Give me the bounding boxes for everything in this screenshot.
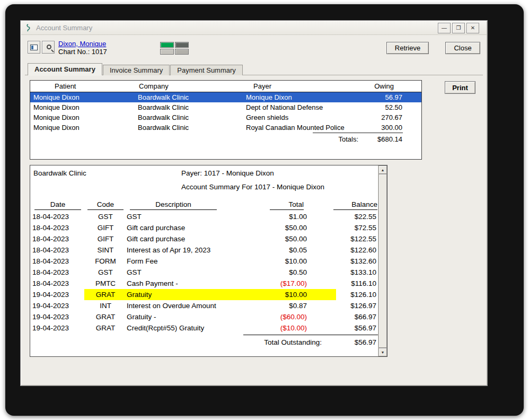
cell-balance: $66.97	[307, 313, 378, 321]
statement-content[interactable]: Boardwalk Clinic Payer: 1017 - Monique D…	[30, 165, 378, 356]
status-green-swatch	[160, 42, 174, 48]
scroll-down-icon[interactable]: ▼	[378, 348, 387, 356]
cell-balance: $22.55	[307, 213, 378, 221]
cell-company: Boardwalk Clinic	[138, 103, 245, 111]
account-summary-window: Account Summary — ❐ ✕ Dixon, Monique Cha…	[20, 20, 488, 386]
search-icon	[47, 45, 51, 49]
transaction-row: 18-04-2023 GIFT Gift card purchase $50.0…	[31, 222, 378, 233]
cell-patient: Monique Dixon	[30, 124, 138, 132]
cell-company: Boardwalk Clinic	[138, 113, 245, 121]
column-header-patient: Patient	[30, 82, 138, 90]
search-button[interactable]	[42, 41, 55, 54]
cell-description: Form Fee	[127, 257, 249, 265]
patient-card-button[interactable]	[28, 41, 40, 54]
column-header-payer: Payer	[245, 82, 368, 90]
tab-account-summary[interactable]: Account Summary	[28, 63, 102, 75]
cell-date: 18-04-2023	[31, 213, 84, 221]
transaction-row-highlighted: 19-04-2023 GRAT Gratuity $10.00 $126.10	[31, 289, 378, 300]
statement-header: Date Code Description Total Balance	[31, 199, 378, 211]
cell-owing: 270.67	[368, 113, 421, 121]
cell-date: 18-04-2023	[31, 235, 84, 243]
cell-balance: $72.55	[307, 224, 378, 232]
cell-code: INT	[84, 302, 127, 310]
transaction-row: 19-04-2023 GRAT Credit(Rcpt#55) Gratuity…	[31, 322, 378, 334]
app-icon	[24, 24, 32, 32]
maximize-icon[interactable]: ❐	[452, 23, 465, 33]
minimize-icon[interactable]: —	[438, 23, 451, 33]
payer-totals-row: Totals: $680.14	[30, 133, 421, 145]
cell-company: Boardwalk Clinic	[138, 93, 245, 101]
transaction-row: 18-04-2023 GIFT Gift card purchase $50.0…	[31, 233, 378, 244]
cell-date: 18-04-2023	[31, 246, 84, 254]
print-button[interactable]: Print	[445, 81, 475, 94]
cell-total: $0.05	[249, 246, 307, 254]
scroll-up-icon[interactable]: ▲	[378, 165, 387, 174]
cell-code: GIFT	[84, 235, 127, 243]
window-shadow: Account Summary — ❐ ✕ Dixon, Monique Cha…	[5, 4, 524, 416]
cell-date: 19-04-2023	[31, 302, 84, 310]
window-title: Account Summary	[36, 24, 92, 32]
cell-code: GST	[84, 268, 127, 276]
status-gray-swatch	[175, 42, 189, 48]
cell-balance: $133.10	[307, 268, 378, 276]
cell-patient: Monique Dixon	[30, 93, 138, 101]
cell-description: Interest on Overdue Amount	[127, 302, 249, 310]
cell-code: GRAT	[84, 313, 127, 321]
patient-name-link[interactable]: Dixon, Monique	[58, 40, 106, 48]
cell-owing: 56.97	[368, 93, 421, 101]
cell-total: $50.00	[249, 224, 307, 232]
cell-description: Gift card purchase	[127, 224, 249, 232]
scrollbar-thumb[interactable]	[378, 174, 387, 348]
tab-invoice-summary[interactable]: Invoice Summary	[103, 65, 170, 75]
cell-code: SINT	[84, 246, 127, 254]
cell-payer: Monique Dixon	[245, 93, 368, 101]
payer-row[interactable]: Monique Dixon Boardwalk Clinic Dept of N…	[30, 102, 421, 112]
cell-description: Credit(Rcpt#55) Gratuity	[127, 324, 249, 332]
cell-code: PMTC	[84, 279, 127, 287]
clinic-name: Boardwalk Clinic	[33, 169, 86, 177]
cell-balance: $56.97	[307, 324, 378, 332]
cell-description: Gratuity -	[127, 313, 249, 321]
statement-payer-line: Payer: 1017 - Monique Dixon	[181, 169, 274, 177]
transaction-row: 19-04-2023 GRAT Gratuity - ($60.00) $66.…	[31, 311, 378, 322]
cell-payer: Dept of National Defense	[245, 103, 368, 111]
column-header-description: Description	[130, 200, 217, 210]
cell-balance: $126.10	[307, 291, 378, 299]
cell-total: ($10.00)	[249, 324, 307, 332]
cell-date: 18-04-2023	[31, 224, 84, 232]
payer-row[interactable]: Monique Dixon Boardwalk Clinic Monique D…	[30, 92, 421, 102]
column-header-total: Total	[270, 200, 304, 210]
cell-total: $50.00	[249, 235, 307, 243]
cell-date: 19-04-2023	[31, 313, 84, 321]
cell-description: GST	[127, 213, 249, 221]
cell-date: 18-04-2023	[31, 279, 84, 287]
status-legend	[160, 42, 189, 55]
cell-code: GIFT	[84, 224, 127, 232]
cell-balance: $126.97	[307, 302, 378, 310]
close-icon[interactable]: ✕	[466, 23, 479, 33]
payer-row[interactable]: Monique Dixon Boardwalk Clinic Royal Can…	[30, 122, 421, 133]
transaction-row: 18-04-2023 GST GST $0.50 $133.10	[31, 267, 378, 278]
statement-panel: Boardwalk Clinic Payer: 1017 - Monique D…	[30, 165, 387, 357]
cell-balance: $132.60	[307, 257, 378, 265]
totals-value: $680.14	[377, 135, 402, 143]
cell-balance: $122.60	[307, 246, 378, 254]
tab-payment-summary[interactable]: Payment Summary	[170, 65, 243, 75]
titlebar[interactable]: Account Summary — ❐ ✕	[21, 21, 487, 35]
status-light-swatch	[160, 49, 174, 55]
transaction-row: 18-04-2023 FORM Form Fee $10.00 $132.60	[31, 256, 378, 267]
total-outstanding-label: Total Outstanding:	[46, 338, 322, 346]
retrieve-button[interactable]: Retrieve	[386, 42, 429, 54]
close-button[interactable]: Close	[445, 42, 480, 54]
cell-patient: Monique Dixon	[30, 103, 138, 111]
cell-payer: Royal Canadian Mounted Police	[245, 124, 368, 132]
cell-date: 19-04-2023	[31, 291, 84, 299]
cell-total: $1.00	[249, 213, 307, 221]
payer-row[interactable]: Monique Dixon Boardwalk Clinic Green shi…	[30, 112, 421, 122]
cell-patient: Monique Dixon	[30, 113, 138, 121]
vertical-scrollbar[interactable]: ▲ ▼	[378, 165, 387, 356]
cell-description: GST	[127, 268, 249, 276]
transaction-row: 18-04-2023 GST GST $1.00 $22.55	[31, 211, 378, 222]
total-outstanding-row: Total Outstanding: $56.97	[31, 335, 378, 349]
cell-total: ($60.00)	[249, 313, 307, 321]
